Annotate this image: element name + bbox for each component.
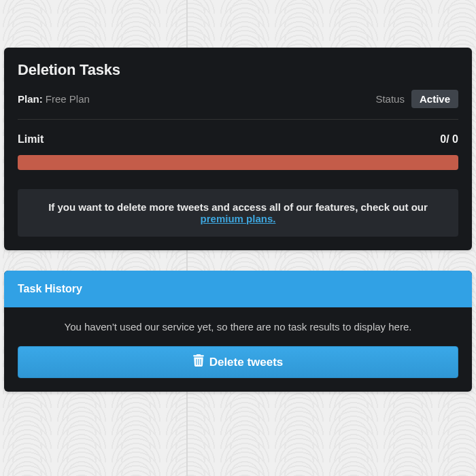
upsell-banner: If you want to delete more tweets and ac…: [18, 189, 458, 237]
plan-status-row: Plan: Free Plan Status Active: [18, 90, 458, 120]
task-history-empty-text: You haven't used our service yet, so the…: [18, 321, 458, 333]
task-history-title: Task History: [4, 271, 472, 307]
deletion-tasks-card: Deletion Tasks Plan: Free Plan Status Ac…: [4, 48, 472, 250]
delete-tweets-button[interactable]: Delete tweets: [18, 346, 458, 378]
upsell-text: If you want to delete more tweets and ac…: [48, 201, 428, 213]
plan-info: Plan: Free Plan: [18, 93, 90, 105]
status-label: Status: [375, 93, 405, 105]
limit-row: Limit 0/ 0: [18, 133, 458, 146]
limit-value: 0/ 0: [440, 133, 458, 146]
limit-label: Limit: [18, 133, 44, 146]
trash-icon: [193, 354, 204, 370]
plan-label: Plan:: [18, 93, 43, 105]
plan-value-text: Free Plan: [46, 93, 90, 105]
limit-progress-bar: [18, 155, 458, 170]
deletion-tasks-title: Deletion Tasks: [18, 61, 458, 79]
limit-sep: /: [446, 133, 452, 145]
limit-used: 0: [440, 133, 446, 145]
delete-tweets-button-label: Delete tweets: [209, 356, 284, 369]
status-badge: Active: [411, 90, 458, 108]
task-history-body: You haven't used our service yet, so the…: [4, 307, 472, 392]
task-history-card: Task History You haven't used our servic…: [4, 271, 472, 392]
status-info: Status Active: [375, 90, 458, 108]
limit-total: 0: [452, 133, 458, 145]
premium-plans-link[interactable]: premium plans.: [201, 213, 276, 224]
